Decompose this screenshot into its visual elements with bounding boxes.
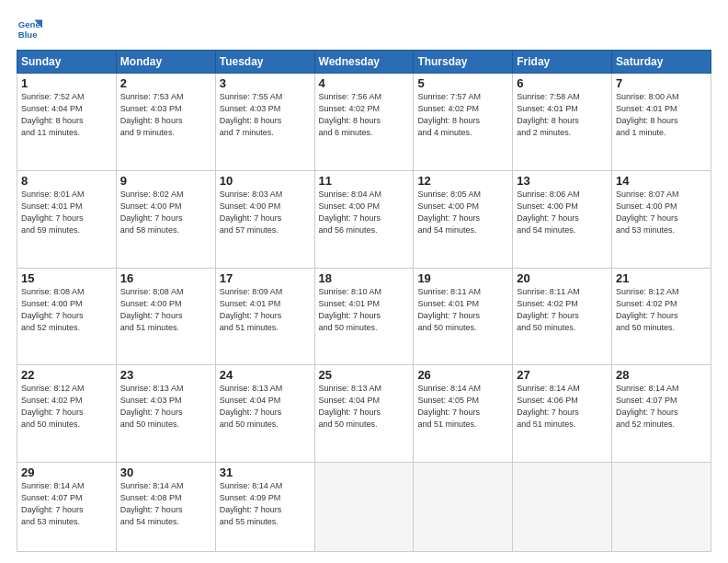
weekday-header-tuesday: Tuesday [215,51,314,74]
calendar-cell: 27Sunrise: 8:14 AM Sunset: 4:06 PM Dayli… [513,365,612,463]
calendar-cell: 25Sunrise: 8:13 AM Sunset: 4:04 PM Dayli… [314,365,414,463]
day-info: Sunrise: 8:00 AM Sunset: 4:01 PM Dayligh… [616,91,707,139]
day-info: Sunrise: 8:08 AM Sunset: 4:00 PM Dayligh… [21,286,112,334]
calendar-cell: 13Sunrise: 8:06 AM Sunset: 4:00 PM Dayli… [513,170,612,268]
day-info: Sunrise: 8:14 AM Sunset: 4:07 PM Dayligh… [21,480,112,528]
day-number: 3 [220,76,311,90]
day-info: Sunrise: 8:14 AM Sunset: 4:05 PM Dayligh… [417,383,508,431]
day-number: 18 [319,271,410,285]
calendar-week-1: 1Sunrise: 7:52 AM Sunset: 4:04 PM Daylig… [17,74,711,171]
calendar-cell: 26Sunrise: 8:14 AM Sunset: 4:05 PM Dayli… [414,365,513,463]
day-info: Sunrise: 8:14 AM Sunset: 4:08 PM Dayligh… [120,480,211,528]
day-info: Sunrise: 8:05 AM Sunset: 4:00 PM Dayligh… [417,189,508,236]
day-info: Sunrise: 7:53 AM Sunset: 4:03 PM Dayligh… [120,91,211,139]
calendar-cell: 7Sunrise: 8:00 AM Sunset: 4:01 PM Daylig… [612,74,711,171]
day-number: 22 [21,368,112,382]
calendar-cell: 15Sunrise: 8:08 AM Sunset: 4:00 PM Dayli… [17,268,117,365]
day-number: 13 [517,174,608,188]
day-info: Sunrise: 8:14 AM Sunset: 4:09 PM Dayligh… [220,480,311,528]
day-number: 28 [616,368,707,382]
weekday-header-friday: Friday [513,51,612,74]
day-number: 4 [319,76,410,90]
logo-icon: General Blue [17,17,42,42]
calendar-week-2: 8Sunrise: 8:01 AM Sunset: 4:01 PM Daylig… [17,170,711,268]
day-info: Sunrise: 8:06 AM Sunset: 4:00 PM Dayligh… [517,189,608,236]
day-info: Sunrise: 8:08 AM Sunset: 4:00 PM Dayligh… [120,286,211,334]
calendar-week-5: 29Sunrise: 8:14 AM Sunset: 4:07 PM Dayli… [17,463,711,552]
calendar-cell: 30Sunrise: 8:14 AM Sunset: 4:08 PM Dayli… [116,463,215,552]
day-info: Sunrise: 7:55 AM Sunset: 4:03 PM Dayligh… [220,91,311,139]
calendar-cell: 19Sunrise: 8:11 AM Sunset: 4:01 PM Dayli… [414,268,513,365]
day-info: Sunrise: 8:01 AM Sunset: 4:01 PM Dayligh… [21,189,112,236]
day-number: 2 [120,76,211,90]
day-number: 17 [220,271,311,285]
day-info: Sunrise: 8:02 AM Sunset: 4:00 PM Dayligh… [120,189,211,236]
day-number: 24 [220,368,311,382]
day-info: Sunrise: 8:11 AM Sunset: 4:01 PM Dayligh… [417,286,508,334]
day-number: 12 [417,174,508,188]
calendar-cell [314,463,414,552]
day-info: Sunrise: 8:07 AM Sunset: 4:00 PM Dayligh… [616,189,707,236]
calendar-cell: 20Sunrise: 8:11 AM Sunset: 4:02 PM Dayli… [513,268,612,365]
day-info: Sunrise: 7:58 AM Sunset: 4:01 PM Dayligh… [517,91,608,139]
calendar-cell: 9Sunrise: 8:02 AM Sunset: 4:00 PM Daylig… [116,170,215,268]
calendar-cell: 28Sunrise: 8:14 AM Sunset: 4:07 PM Dayli… [612,365,711,463]
day-number: 5 [417,76,508,90]
calendar-cell: 3Sunrise: 7:55 AM Sunset: 4:03 PM Daylig… [215,74,314,171]
day-info: Sunrise: 8:12 AM Sunset: 4:02 PM Dayligh… [21,383,112,431]
calendar-cell: 17Sunrise: 8:09 AM Sunset: 4:01 PM Dayli… [215,268,314,365]
logo: General Blue [17,17,46,42]
calendar-cell: 12Sunrise: 8:05 AM Sunset: 4:00 PM Dayli… [414,170,513,268]
calendar-week-3: 15Sunrise: 8:08 AM Sunset: 4:00 PM Dayli… [17,268,711,365]
calendar-cell: 5Sunrise: 7:57 AM Sunset: 4:02 PM Daylig… [414,74,513,171]
day-info: Sunrise: 8:09 AM Sunset: 4:01 PM Dayligh… [220,286,311,334]
day-number: 11 [319,174,410,188]
calendar-cell: 24Sunrise: 8:13 AM Sunset: 4:04 PM Dayli… [215,365,314,463]
calendar-cell: 11Sunrise: 8:04 AM Sunset: 4:00 PM Dayli… [314,170,414,268]
day-info: Sunrise: 8:04 AM Sunset: 4:00 PM Dayligh… [319,189,410,236]
calendar-cell: 1Sunrise: 7:52 AM Sunset: 4:04 PM Daylig… [17,74,117,171]
calendar-week-4: 22Sunrise: 8:12 AM Sunset: 4:02 PM Dayli… [17,365,711,463]
weekday-header-wednesday: Wednesday [314,51,414,74]
day-info: Sunrise: 8:10 AM Sunset: 4:01 PM Dayligh… [319,286,410,334]
calendar-cell [612,463,711,552]
calendar-cell: 31Sunrise: 8:14 AM Sunset: 4:09 PM Dayli… [215,463,314,552]
calendar-cell: 21Sunrise: 8:12 AM Sunset: 4:02 PM Dayli… [612,268,711,365]
svg-text:Blue: Blue [18,29,38,40]
weekday-header-row: SundayMondayTuesdayWednesdayThursdayFrid… [17,51,711,74]
day-number: 1 [21,76,112,90]
calendar-cell [513,463,612,552]
calendar-cell: 16Sunrise: 8:08 AM Sunset: 4:00 PM Dayli… [116,268,215,365]
day-info: Sunrise: 8:13 AM Sunset: 4:04 PM Dayligh… [220,383,311,431]
day-number: 7 [616,76,707,90]
calendar-cell [414,463,513,552]
day-info: Sunrise: 8:13 AM Sunset: 4:04 PM Dayligh… [319,383,410,431]
day-number: 31 [220,465,311,479]
day-info: Sunrise: 8:14 AM Sunset: 4:06 PM Dayligh… [517,383,608,431]
day-number: 16 [120,271,211,285]
day-number: 25 [319,368,410,382]
day-number: 14 [616,174,707,188]
day-number: 10 [220,174,311,188]
day-info: Sunrise: 8:13 AM Sunset: 4:03 PM Dayligh… [120,383,211,431]
day-number: 27 [517,368,608,382]
day-info: Sunrise: 8:14 AM Sunset: 4:07 PM Dayligh… [616,383,707,431]
calendar-cell: 10Sunrise: 8:03 AM Sunset: 4:00 PM Dayli… [215,170,314,268]
day-info: Sunrise: 8:11 AM Sunset: 4:02 PM Dayligh… [517,286,608,334]
header: General Blue [17,17,711,42]
calendar-cell: 18Sunrise: 8:10 AM Sunset: 4:01 PM Dayli… [314,268,414,365]
calendar-cell: 8Sunrise: 8:01 AM Sunset: 4:01 PM Daylig… [17,170,117,268]
weekday-header-monday: Monday [116,51,215,74]
page: General Blue SundayMondayTuesdayWednesda… [0,0,728,563]
day-number: 26 [417,368,508,382]
day-number: 8 [21,174,112,188]
weekday-header-saturday: Saturday [612,51,711,74]
day-info: Sunrise: 7:56 AM Sunset: 4:02 PM Dayligh… [319,91,410,139]
day-number: 9 [120,174,211,188]
day-number: 6 [517,76,608,90]
day-number: 23 [120,368,211,382]
day-info: Sunrise: 7:57 AM Sunset: 4:02 PM Dayligh… [417,91,508,139]
day-number: 30 [120,465,211,479]
day-number: 29 [21,465,112,479]
day-info: Sunrise: 8:03 AM Sunset: 4:00 PM Dayligh… [220,189,311,236]
